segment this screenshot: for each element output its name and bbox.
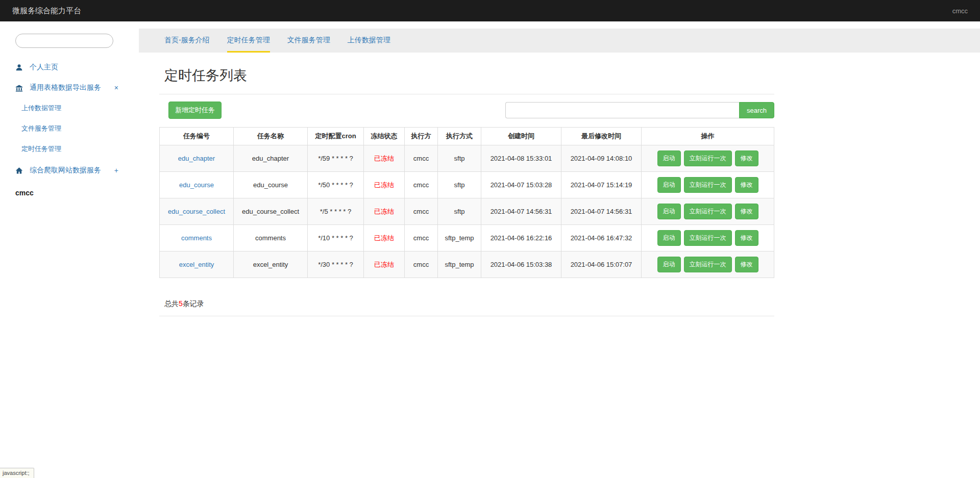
column-header: 操作 [642, 128, 774, 145]
sidebar-item-personal-home[interactable]: 个人主页 [0, 57, 139, 78]
main-area: 首页-服务介绍定时任务管理文件服务管理上传数据管理 定时任务列表 新增定时任务 … [139, 21, 980, 478]
column-header: 冻结状态 [364, 128, 405, 145]
cell-freeze-status: 已冻结 [364, 251, 405, 278]
run-once-button[interactable]: 立刻运行一次 [684, 177, 732, 193]
cell-task-name: excel_entity [234, 251, 308, 278]
cell-exec-method: sftp [438, 172, 481, 198]
cell-actions: 启动立刻运行一次修改 [642, 198, 774, 225]
cell-cron: */50 * * * * ? [308, 172, 364, 198]
cell-task-id: comments [160, 225, 234, 251]
column-header: 任务编号 [160, 128, 234, 145]
content: 定时任务列表 新增定时任务 search 任务编号任务名称定时配置cron冻结状… [139, 66, 795, 316]
cell-cron: */30 * * * * ? [308, 251, 364, 278]
search-button[interactable]: search [739, 102, 774, 118]
toolbar: 新增定时任务 search [159, 102, 774, 119]
column-header: 最后修改时间 [561, 128, 642, 145]
collapse-icon[interactable]: × [114, 84, 118, 91]
cell-freeze-status: 已冻结 [364, 172, 405, 198]
cell-freeze-status: 已冻结 [364, 225, 405, 251]
divider [159, 94, 774, 94]
cell-cron: */10 * * * * ? [308, 225, 364, 251]
edit-button[interactable]: 修改 [735, 150, 758, 166]
start-button[interactable]: 启动 [657, 150, 681, 166]
edit-button[interactable]: 修改 [735, 230, 758, 246]
table-row: edu_course_collectedu_course_collect*/5 … [160, 198, 774, 225]
cell-task-name: edu_course [234, 172, 308, 198]
start-button[interactable]: 启动 [657, 177, 681, 193]
sidebar-item-scheduled-tasks[interactable]: 定时任务管理 [0, 139, 139, 159]
cell-actions: 启动立刻运行一次修改 [642, 225, 774, 251]
page-title: 定时任务列表 [164, 66, 774, 85]
table-header-row: 任务编号任务名称定时配置cron冻结状态执行方执行方式创建时间最后修改时间操作 [160, 128, 774, 145]
cell-created-at: 2021-04-06 15:03:38 [481, 251, 561, 278]
edit-button[interactable]: 修改 [735, 177, 758, 193]
table-row: commentscomments*/10 * * * * ?已冻结cmccsft… [160, 225, 774, 251]
sidebar-item-label: 综合爬取网站数据服务 [30, 166, 101, 175]
table-row: edu_chapteredu_chapter*/59 * * * * ?已冻结c… [160, 145, 774, 172]
summary-count: 5 [179, 299, 183, 308]
cell-actions: 启动立刻运行一次修改 [642, 251, 774, 278]
sidebar-item-label: 通用表格数据导出服务 [30, 83, 101, 92]
edit-button[interactable]: 修改 [735, 257, 758, 272]
sidebar-item-crawl-service[interactable]: 综合爬取网站数据服务 + [0, 160, 139, 181]
cell-exec-method: sftp [438, 145, 481, 172]
record-count-summary: 总共5条记录 [164, 299, 774, 309]
tab-file-service[interactable]: 文件服务管理 [287, 29, 330, 53]
cell-task-id: edu_course_collect [160, 198, 234, 225]
cell-exec-method: sftp [438, 198, 481, 225]
start-button[interactable]: 启动 [657, 230, 681, 246]
cell-modified-at: 2021-04-07 15:14:19 [561, 172, 642, 198]
start-button[interactable]: 启动 [657, 204, 681, 219]
sidebar-item-file-service[interactable]: 文件服务管理 [0, 118, 139, 139]
cell-created-at: 2021-04-07 14:56:31 [481, 198, 561, 225]
tab-bar: 首页-服务介绍定时任务管理文件服务管理上传数据管理 [139, 29, 980, 53]
cell-freeze-status: 已冻结 [364, 198, 405, 225]
top-navbar: 微服务综合能力平台 cmcc [0, 0, 980, 21]
add-task-button[interactable]: 新增定时任务 [168, 102, 222, 119]
cell-task-id: excel_entity [160, 251, 234, 278]
cell-exec-method: sftp_temp [438, 225, 481, 251]
sidebar-search-input[interactable] [15, 34, 113, 48]
app-title: 微服务综合能力平台 [12, 6, 81, 16]
edit-button[interactable]: 修改 [735, 204, 758, 219]
user-icon [15, 64, 26, 71]
cell-created-at: 2021-04-06 16:22:16 [481, 225, 561, 251]
tab-scheduled-tasks[interactable]: 定时任务管理 [227, 29, 270, 53]
start-button[interactable]: 启动 [657, 257, 681, 272]
cell-modified-at: 2021-04-06 15:07:07 [561, 251, 642, 278]
cell-cron: */5 * * * * ? [308, 198, 364, 225]
cell-task-name: edu_course_collect [234, 198, 308, 225]
cell-freeze-status: 已冻结 [364, 145, 405, 172]
sidebar-item-label: 个人主页 [30, 63, 58, 72]
browser-status-bar: javascript:; [0, 468, 34, 478]
sidebar-item-upload-data[interactable]: 上传数据管理 [0, 98, 139, 118]
run-once-button[interactable]: 立刻运行一次 [684, 257, 732, 272]
tab-home-intro[interactable]: 首页-服务介绍 [164, 29, 210, 53]
task-id-link[interactable]: comments [181, 234, 212, 242]
table-body: edu_chapteredu_chapter*/59 * * * * ?已冻结c… [160, 145, 774, 278]
task-id-link[interactable]: edu_course [179, 181, 214, 189]
expand-icon[interactable]: + [114, 167, 118, 174]
column-header: 执行方 [405, 128, 438, 145]
home-icon [15, 167, 26, 174]
run-once-button[interactable]: 立刻运行一次 [684, 230, 732, 246]
task-table: 任务编号任务名称定时配置cron冻结状态执行方执行方式创建时间最后修改时间操作 … [159, 127, 774, 278]
table-row: edu_courseedu_course*/50 * * * * ?已冻结cmc… [160, 172, 774, 198]
task-id-link[interactable]: edu_chapter [178, 155, 215, 162]
run-once-button[interactable]: 立刻运行一次 [684, 150, 732, 166]
cell-task-id: edu_chapter [160, 145, 234, 172]
summary-suffix: 条记录 [183, 299, 204, 308]
column-header: 任务名称 [234, 128, 308, 145]
search-input[interactable] [505, 102, 739, 118]
cell-actions: 启动立刻运行一次修改 [642, 172, 774, 198]
run-once-button[interactable]: 立刻运行一次 [684, 204, 732, 219]
cell-cron: */59 * * * * ? [308, 145, 364, 172]
task-id-link[interactable]: edu_course_collect [168, 208, 225, 215]
sidebar-item-export-service[interactable]: 通用表格数据导出服务 × [0, 78, 139, 98]
sidebar: 个人主页 通用表格数据导出服务 × 上传数据管理文件服务管理定时任务管理 综合爬… [0, 21, 139, 478]
task-id-link[interactable]: excel_entity [179, 261, 214, 268]
cell-executor: cmcc [405, 251, 438, 278]
tab-upload-data[interactable]: 上传数据管理 [348, 29, 390, 53]
navbar-username[interactable]: cmcc [952, 7, 968, 15]
column-header: 创建时间 [481, 128, 561, 145]
